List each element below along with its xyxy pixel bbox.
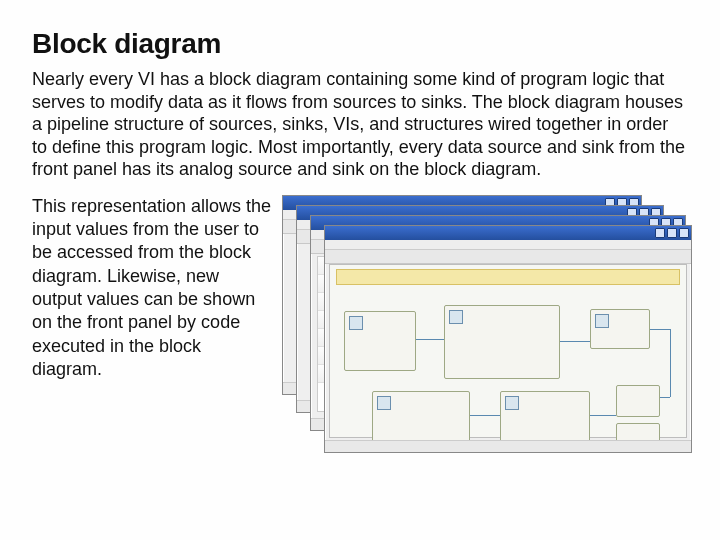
side-paragraph: This representation allows the input val… <box>32 195 272 382</box>
screenshot-stack <box>282 195 692 455</box>
node-icon <box>449 310 463 324</box>
diagram-node <box>444 305 560 379</box>
wire <box>660 397 670 398</box>
diagram-node <box>590 309 650 349</box>
toolbar <box>325 250 691 264</box>
banner-bar <box>336 269 680 285</box>
wire <box>650 329 670 330</box>
close-icon <box>679 228 689 238</box>
wire <box>416 339 444 340</box>
min-icon <box>655 228 665 238</box>
diagram-node <box>616 385 660 417</box>
window-front <box>324 225 692 453</box>
wire <box>590 415 616 416</box>
menubar <box>325 240 691 250</box>
lower-row: This representation allows the input val… <box>32 195 688 455</box>
diagram-node <box>372 391 470 447</box>
wire <box>670 329 671 397</box>
intro-paragraph: Nearly every VI has a block diagram cont… <box>32 68 688 181</box>
wire <box>560 341 590 342</box>
titlebar <box>325 226 691 240</box>
node-icon <box>349 316 363 330</box>
diagram-canvas <box>329 264 687 438</box>
page-title: Block diagram <box>32 28 688 60</box>
node-icon <box>595 314 609 328</box>
node-icon <box>505 396 519 410</box>
max-icon <box>667 228 677 238</box>
node-icon <box>377 396 391 410</box>
wire <box>470 415 500 416</box>
diagram-node <box>500 391 590 447</box>
statusbar <box>325 440 691 452</box>
diagram-node <box>344 311 416 371</box>
